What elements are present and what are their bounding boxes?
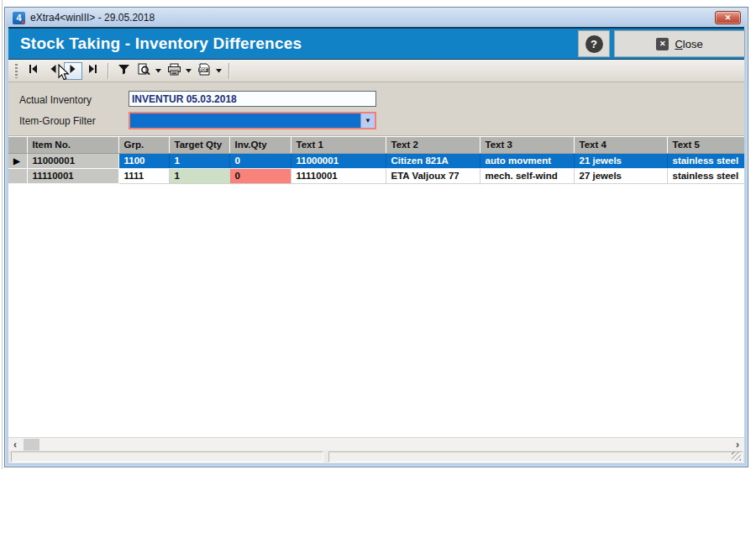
cell-inv-qty[interactable]: 0 [229, 168, 291, 183]
table-row[interactable]: ▶ 11000001 1100 1 0 11000001 Citizen 821… [8, 153, 744, 168]
item-group-filter-label: Item-Group Filter [19, 115, 96, 127]
current-row-indicator-icon: ▶ [13, 156, 20, 166]
cell-text-2[interactable]: Citizen 821A [386, 153, 480, 168]
cell-text-1[interactable]: 11110001 [291, 168, 386, 183]
window-close-icon: ✕ [725, 13, 732, 22]
close-button[interactable]: ✕ Close [614, 30, 745, 57]
cell-text-1[interactable]: 11000001 [291, 153, 386, 168]
pdf-export-button[interactable]: PDF [195, 62, 213, 80]
column-header-grp[interactable]: Grp. [118, 137, 169, 153]
column-header-text-1[interactable]: Text 1 [291, 137, 386, 153]
cell-text-2[interactable]: ETA Valjoux 77 [386, 168, 480, 183]
printer-icon [167, 63, 181, 79]
cell-text-3[interactable]: mech. self-wind [480, 168, 574, 183]
last-record-button[interactable] [84, 62, 102, 80]
app-logo-icon: 4 [13, 12, 25, 24]
print-dropdown-caret[interactable] [184, 62, 192, 80]
print-button[interactable] [165, 62, 183, 80]
cell-text-4[interactable]: 21 jewels [574, 153, 667, 168]
first-record-button[interactable] [24, 62, 42, 80]
column-header-text-5[interactable]: Text 5 [667, 137, 744, 153]
preview-magnifier-icon [137, 63, 150, 79]
row-selector-cell[interactable] [8, 168, 27, 183]
inventory-grid: Item No. Grp. Target Qty Inv.Qty Text 1 … [8, 135, 744, 437]
svg-text:PDF: PDF [199, 67, 207, 71]
item-group-filter-combobox[interactable]: ▼ [129, 112, 376, 129]
grid-header-row: Item No. Grp. Target Qty Inv.Qty Text 1 … [8, 137, 744, 153]
app-window: 4 eXtra4<winIII> - 29.05.2018 ✕ Stock Ta… [4, 7, 748, 467]
selector-column-header [8, 137, 27, 153]
toolbar: PDF [8, 60, 744, 82]
screen: 4 eXtra4<winIII> - 29.05.2018 ✕ Stock Ta… [0, 0, 756, 538]
item-group-filter-value[interactable] [130, 113, 360, 128]
help-icon: ? [585, 35, 603, 53]
scroll-right-button[interactable]: › [731, 438, 744, 451]
cell-target-qty[interactable]: 1 [169, 168, 229, 183]
cell-grp[interactable]: 1111 [118, 168, 169, 183]
next-record-icon [67, 63, 79, 78]
capture-edge-line [2, 0, 3, 469]
cell-text-4[interactable]: 27 jewels [574, 168, 667, 183]
previous-record-icon [47, 63, 59, 78]
column-header-item-no[interactable]: Item No. [27, 137, 118, 153]
close-button-label: Close [675, 38, 702, 50]
next-record-button[interactable] [64, 62, 82, 80]
column-header-inv-qty[interactable]: Inv.Qty [229, 137, 291, 153]
column-header-target-qty[interactable]: Target Qty [169, 137, 229, 153]
help-button[interactable]: ? [578, 30, 610, 57]
cell-text-5[interactable]: stainless steel [667, 168, 744, 183]
form-area: Actual Inventory Item-Group Filter ▼ [8, 82, 744, 135]
filter-icon [118, 63, 130, 78]
preview-dropdown-caret[interactable] [154, 62, 162, 80]
column-header-text-2[interactable]: Text 2 [386, 137, 480, 153]
table-row[interactable]: 11110001 1111 1 0 11110001 ETA Valjoux 7… [8, 168, 744, 183]
preview-button[interactable] [134, 62, 153, 80]
scrollbar-thumb[interactable] [24, 439, 39, 451]
window-titlebar[interactable]: 4 eXtra4<winIII> - 29.05.2018 ✕ [6, 8, 747, 27]
cell-grp[interactable]: 1100 [118, 153, 169, 168]
horizontal-scrollbar[interactable]: ‹ › [8, 437, 744, 451]
cell-inv-qty[interactable]: 0 [229, 153, 291, 168]
last-record-icon [87, 63, 99, 78]
toolbar-separator [228, 63, 230, 79]
page-header: Stock Taking - Inventory Differences ? ✕… [8, 27, 744, 60]
toolbar-grip[interactable] [15, 64, 18, 78]
pdf-dropdown-caret[interactable] [214, 62, 223, 80]
actual-inventory-label: Actual Inventory [19, 94, 92, 106]
row-selector-cell[interactable]: ▶ [8, 153, 27, 168]
page-title: Stock Taking - Inventory Differences [20, 34, 302, 53]
resize-grip[interactable] [732, 451, 741, 461]
cell-text-5[interactable]: stainless steel [667, 153, 744, 168]
actual-inventory-input[interactable] [129, 91, 376, 107]
scroll-left-icon: ‹ [13, 439, 17, 451]
pdf-icon: PDF [197, 63, 211, 79]
column-header-text-4[interactable]: Text 4 [574, 137, 667, 153]
first-record-icon [27, 63, 39, 78]
toolbar-separator [108, 63, 109, 79]
window-title: eXtra4<winIII> - 29.05.2018 [30, 12, 155, 24]
close-x-icon: ✕ [656, 38, 669, 50]
scroll-right-icon: › [736, 439, 739, 451]
filter-button[interactable] [114, 62, 133, 80]
column-header-text-3[interactable]: Text 3 [480, 137, 574, 153]
cell-target-qty[interactable]: 1 [169, 153, 229, 168]
window-close-button[interactable]: ✕ [715, 11, 741, 24]
status-bar [8, 451, 744, 463]
chevron-down-icon: ▼ [365, 117, 371, 124]
combo-dropdown-button[interactable]: ▼ [360, 113, 375, 128]
scroll-left-button[interactable]: ‹ [8, 438, 22, 451]
status-panel-right [328, 451, 743, 462]
previous-record-button[interactable] [44, 62, 62, 80]
cell-text-3[interactable]: auto movment [480, 153, 574, 168]
cell-item-no[interactable]: 11000001 [27, 153, 118, 168]
status-panel-left [11, 451, 323, 462]
cell-item-no[interactable]: 11110001 [27, 168, 118, 183]
